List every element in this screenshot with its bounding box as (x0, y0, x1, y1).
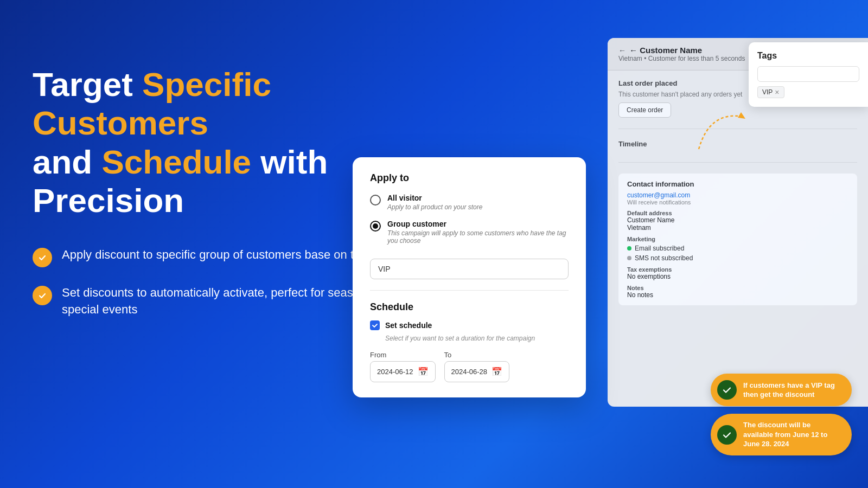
radio-all-visitor-sub: Apply to all product on your store (387, 203, 482, 211)
radio-group-customer[interactable]: Group customer This campaign will apply … (370, 220, 569, 245)
heading-precision: Precision (33, 182, 184, 219)
notif-text-1: If customers have a VIP tag then get the… (743, 381, 841, 400)
crm-default-address-value: Customer NameVietnam (627, 216, 848, 232)
heading-and: and (33, 143, 101, 181)
tags-title: Tags (757, 51, 859, 61)
svg-point-1 (37, 290, 48, 301)
crm-default-address-label: Default address (627, 210, 848, 216)
back-arrow-icon: ← (618, 46, 626, 55)
calendar-from-icon: 📅 (418, 367, 429, 377)
crm-contact-label: Contact information (627, 180, 848, 188)
checkmark-icon-1 (33, 248, 52, 267)
heading-with: with (251, 143, 328, 181)
crm-email-subscribed: Email subscribed (627, 245, 848, 252)
svg-marker-2 (738, 112, 745, 119)
radio-all-visitor-circle (370, 195, 381, 206)
heading-target: Target (33, 66, 142, 103)
crm-tax-value: No exemptions (627, 273, 848, 280)
from-date-input[interactable]: 2024-06-12 📅 (370, 361, 436, 382)
radio-group-label: Group customer (387, 220, 569, 228)
crm-notes-label: Notes (627, 285, 848, 291)
tag-input-field[interactable] (370, 259, 569, 279)
date-row: From 2024-06-12 📅 To 2024-06-28 📅 (370, 351, 569, 382)
feature-text-1: Apply discount to specific group of cust… (62, 247, 373, 264)
tag-remove-icon[interactable]: × (775, 88, 779, 96)
notif-check-icon-2 (717, 425, 737, 445)
modal-card: Apply to All visitor Apply to all produc… (353, 157, 586, 397)
schedule-title: Schedule (370, 301, 569, 313)
dot-green-icon (627, 246, 631, 251)
crm-sms-text: SMS not subscribed (635, 254, 693, 262)
radio-all-visitor-label: All visitor (387, 194, 482, 202)
calendar-to-icon: 📅 (492, 367, 502, 377)
crm-contact-email: customer@gmail.com (627, 191, 848, 199)
radio-all-visitor[interactable]: All visitor Apply to all product on your… (370, 194, 569, 211)
crm-contact-note: Will receive notifications (627, 199, 848, 206)
crm-customer-sub: Vietnam • Customer for less than 5 secon… (618, 55, 745, 62)
radio-all-visitor-content: All visitor Apply to all product on your… (387, 194, 482, 211)
to-date-input[interactable]: 2024-06-28 📅 (444, 361, 510, 382)
radio-group-customer-content: Group customer This campaign will apply … (387, 220, 569, 245)
set-schedule-checkbox-row[interactable]: Set schedule (370, 320, 569, 330)
checkmark-icon-2 (33, 286, 52, 305)
to-date-value: 2024-06-28 (451, 368, 488, 376)
tags-panel: Tags VIP × (749, 42, 868, 107)
set-schedule-checkbox (370, 320, 380, 330)
crm-contact-section: Contact information customer@gmail.com W… (618, 174, 857, 305)
tags-input[interactable] (757, 66, 859, 82)
modal-divider (370, 290, 569, 291)
notif-check-icon-1 (717, 380, 737, 400)
crm-notes-value: No notes (627, 291, 848, 299)
notification-1: If customers have a VIP tag then get the… (711, 374, 852, 406)
from-date-value: 2024-06-12 (377, 368, 413, 376)
from-label: From (370, 351, 436, 359)
tag-vip-badge: VIP × (757, 86, 784, 98)
crm-sms-not-subscribed: SMS not subscribed (627, 254, 848, 262)
svg-point-0 (37, 252, 48, 263)
to-field-group: To 2024-06-28 📅 (444, 351, 510, 382)
tag-vip-label: VIP (762, 88, 773, 96)
crm-customer-name: ← Customer Name (629, 46, 702, 55)
heading-schedule: Schedule (101, 143, 251, 181)
to-label: To (444, 351, 510, 359)
crm-marketing-label: Marketing (627, 236, 848, 242)
curved-arrow-decoration (693, 106, 748, 155)
radio-group-sub: This campaign will apply to some custome… (387, 229, 569, 245)
dot-gray-icon (627, 256, 631, 260)
crm-divider-2 (618, 162, 857, 163)
apply-to-title: Apply to (370, 172, 569, 184)
set-schedule-label: Set schedule (385, 321, 432, 330)
notif-text-2: The discount will be available from June… (743, 420, 841, 449)
radio-group-customer-circle (370, 221, 381, 232)
crm-tax-label: Tax exemptions (627, 266, 848, 273)
notifications-area: If customers have a VIP tag then get the… (711, 374, 852, 455)
schedule-sub: Select if you want to set a duration for… (385, 335, 569, 342)
crm-email-subscribed-text: Email subscribed (635, 245, 684, 252)
from-field-group: From 2024-06-12 📅 (370, 351, 436, 382)
create-order-button[interactable]: Create order (618, 102, 671, 118)
notification-2: The discount will be available from June… (711, 414, 852, 455)
